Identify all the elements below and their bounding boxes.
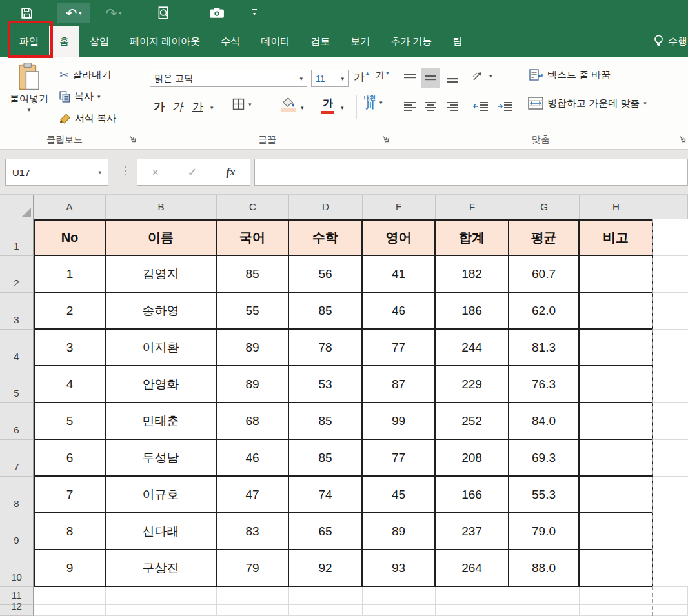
cell-G8[interactable]: 55.3 (509, 477, 580, 513)
cell-C2[interactable]: 85 (217, 256, 289, 293)
cell-D8[interactable]: 74 (289, 477, 363, 513)
cell-F7[interactable]: 208 (436, 440, 509, 477)
font-name-combo[interactable]: 맑은 고딕 ▾ (150, 70, 307, 87)
borders-dropdown-icon[interactable]: ▾ (248, 101, 252, 108)
cell-E2[interactable]: 41 (363, 256, 436, 293)
insert-function-icon[interactable]: fx (226, 166, 235, 179)
underline-button[interactable]: 가 (192, 99, 203, 114)
fill-color-dropdown-icon[interactable]: ▾ (301, 104, 304, 111)
cell-A10[interactable]: 9 (34, 550, 106, 587)
phonetic-dropdown-icon[interactable]: ▾ (379, 99, 383, 106)
copy-button[interactable]: 복사 ▾ (59, 90, 101, 103)
cell-extra-8[interactable] (653, 477, 688, 513)
cell-A11[interactable] (34, 587, 106, 605)
cell-C8[interactable]: 47 (217, 477, 289, 513)
align-top-button[interactable] (400, 68, 420, 88)
increase-font-button[interactable]: 가 ▴ (354, 70, 369, 84)
wrap-text-button[interactable]: 텍스트 줄 바꿈 (529, 68, 611, 81)
cell-B11[interactable] (106, 587, 217, 605)
cell-H12[interactable] (580, 605, 653, 616)
cell-F10[interactable]: 264 (436, 550, 509, 587)
font-size-dropdown-icon[interactable]: ▾ (341, 75, 344, 82)
cell-D4[interactable]: 78 (289, 330, 363, 366)
cell-D3[interactable]: 85 (289, 293, 363, 330)
cell-E3[interactable]: 46 (363, 293, 436, 330)
align-left-button[interactable] (400, 97, 420, 116)
paste-button[interactable]: 붙여넣기 ▾ (4, 62, 54, 132)
cell-C10[interactable]: 79 (217, 550, 289, 587)
column-header-C[interactable]: C (217, 195, 289, 219)
cell-F11[interactable] (436, 587, 509, 605)
cell-B10[interactable]: 구상진 (106, 550, 217, 587)
cell-E12[interactable] (363, 605, 436, 616)
cell-D5[interactable]: 53 (289, 366, 363, 403)
orientation-dropdown-icon[interactable]: ▾ (489, 73, 492, 79)
cell-F2[interactable]: 182 (436, 256, 509, 293)
cell-A2[interactable]: 1 (34, 256, 106, 293)
cell-C5[interactable]: 89 (217, 366, 289, 403)
cell-extra-9[interactable] (653, 513, 688, 550)
alignment-dialog-launcher[interactable] (678, 134, 687, 143)
cell-A1[interactable]: No (34, 219, 106, 256)
cell-B2[interactable]: 김영지 (106, 256, 217, 293)
cell-A7[interactable]: 6 (34, 440, 106, 477)
qat-customize-button[interactable]: ▾ (248, 3, 261, 23)
cell-H11[interactable] (580, 587, 653, 605)
cell-H4[interactable] (580, 330, 653, 366)
cell-A5[interactable]: 4 (34, 366, 106, 403)
cell-C7[interactable]: 46 (217, 440, 289, 477)
cell-B3[interactable]: 송하영 (106, 293, 217, 330)
row-header-4[interactable]: 4 (0, 330, 34, 366)
cell-C12[interactable] (217, 605, 289, 616)
underline-dropdown-icon[interactable]: ▾ (210, 104, 214, 111)
row-header-3[interactable]: 3 (0, 293, 34, 330)
column-header-F[interactable]: F (436, 195, 509, 219)
tell-me-box[interactable]: 수행할 (654, 26, 688, 57)
column-header-B[interactable]: B (106, 195, 217, 219)
cell-extra-5[interactable] (653, 366, 688, 403)
align-right-button[interactable] (443, 97, 462, 116)
enter-icon[interactable]: ✓ (188, 165, 197, 179)
borders-button[interactable]: ▾ (232, 98, 252, 110)
cell-B4[interactable]: 이지환 (106, 330, 217, 366)
cell-extra-10[interactable] (653, 550, 688, 587)
font-dialog-launcher[interactable] (381, 134, 390, 143)
column-header-D[interactable]: D (289, 195, 363, 219)
align-middle-button[interactable] (421, 68, 440, 88)
font-name-dropdown-icon[interactable]: ▾ (299, 75, 303, 82)
cell-F1[interactable]: 합계 (436, 219, 509, 256)
cell-A8[interactable]: 7 (34, 477, 106, 513)
cell-D11[interactable] (289, 587, 363, 605)
cell-B12[interactable] (106, 605, 217, 616)
cell-G10[interactable]: 88.0 (509, 550, 580, 587)
tab-3[interactable]: 페이지 레이아웃 (119, 26, 210, 57)
cell-extra-2[interactable] (653, 256, 688, 293)
cell-E10[interactable]: 93 (363, 550, 436, 587)
column-header-partial[interactable] (653, 195, 688, 219)
column-header-G[interactable]: G (509, 195, 580, 219)
fill-color-button[interactable] (281, 97, 296, 112)
cell-G6[interactable]: 84.0 (509, 403, 580, 440)
name-box-dropdown-icon[interactable]: ▾ (98, 169, 101, 175)
cell-H3[interactable] (580, 293, 653, 330)
name-box[interactable]: U17 ▾ (5, 159, 108, 186)
formula-input[interactable] (254, 159, 688, 186)
tab-2[interactable]: 삽입 (79, 26, 119, 57)
cell-G5[interactable]: 76.3 (509, 366, 580, 403)
cell-G3[interactable]: 62.0 (509, 293, 580, 330)
clipboard-dialog-launcher[interactable] (128, 134, 137, 143)
cell-E8[interactable]: 45 (363, 477, 436, 513)
cancel-icon[interactable]: × (152, 166, 159, 179)
row-header-9[interactable]: 9 (0, 513, 34, 550)
cell-G12[interactable] (509, 605, 580, 616)
row-header-1[interactable]: 1 (0, 219, 34, 256)
undo-button[interactable]: ↶ ▾ (57, 3, 90, 23)
tab-9[interactable]: 팀 (442, 26, 472, 57)
cell-C6[interactable]: 68 (217, 403, 289, 440)
row-header-8[interactable]: 8 (0, 477, 34, 513)
tab-7[interactable]: 보기 (340, 26, 380, 57)
align-bottom-button[interactable] (443, 68, 462, 88)
column-header-E[interactable]: E (363, 195, 436, 219)
cell-B9[interactable]: 신다래 (106, 513, 217, 550)
cell-extra-12[interactable] (653, 605, 688, 616)
